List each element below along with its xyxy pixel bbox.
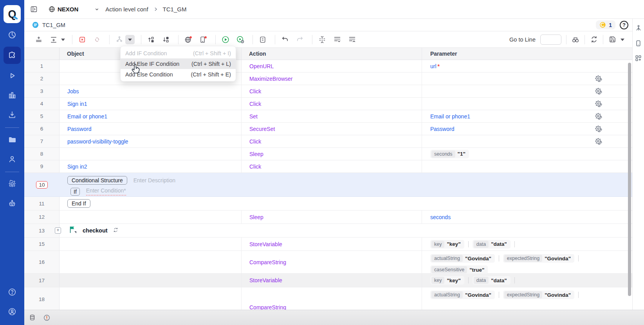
action-cell[interactable]: Set bbox=[242, 110, 422, 122]
row-number-cell[interactable]: 7 bbox=[24, 135, 60, 147]
action-cell[interactable]: Click bbox=[242, 98, 422, 110]
row-number-cell[interactable]: 11 bbox=[24, 197, 60, 210]
add-row-menu-caret[interactable] bbox=[60, 35, 66, 44]
step-row-7[interactable]: 7password-visibility-toggleClick bbox=[24, 135, 632, 148]
go-to-line-input[interactable] bbox=[540, 34, 561, 45]
object-cell[interactable]: Sign in2 bbox=[60, 160, 242, 172]
step-row-5[interactable]: 5Email or phone1SetEmail or phone1 bbox=[24, 110, 632, 123]
parameter-cell[interactable] bbox=[422, 98, 632, 110]
action-cell[interactable]: CompareString bbox=[242, 251, 422, 273]
object-cell[interactable] bbox=[60, 287, 242, 310]
object-cell[interactable]: Email or phone1 bbox=[60, 110, 242, 122]
step-row-2[interactable]: 2MaximizeBrowser bbox=[24, 73, 632, 85]
parameter-tag[interactable]: key"key" bbox=[430, 276, 464, 285]
sidebar-item-dashboard[interactable] bbox=[4, 27, 21, 43]
parameter-tag[interactable]: actualString"Govinda" bbox=[430, 254, 495, 263]
row-number-cell[interactable]: 10 bbox=[24, 173, 60, 196]
mobile-record-button[interactable] bbox=[199, 35, 207, 44]
breadcrumb-current[interactable]: TC1_GM bbox=[163, 6, 187, 13]
settings-edit-icon[interactable] bbox=[594, 87, 603, 96]
settings-edit-icon[interactable] bbox=[594, 100, 603, 108]
row-number-cell[interactable]: 12 bbox=[24, 211, 60, 223]
chevron-down-icon[interactable] bbox=[94, 6, 100, 12]
parameter-cell[interactable]: Email or phone1 bbox=[422, 110, 632, 122]
action-cell[interactable]: Click bbox=[242, 160, 422, 172]
add-condition-button[interactable] bbox=[115, 35, 124, 44]
object-cell[interactable]: Jobs bbox=[60, 85, 242, 97]
redo-button[interactable] bbox=[296, 35, 304, 44]
sidebar-item-downloads[interactable] bbox=[4, 107, 21, 123]
step-row-18[interactable]: 18CompareStringactualString"Govinda"expe… bbox=[24, 287, 632, 310]
q-logo[interactable]: Q bbox=[4, 5, 21, 23]
add-row-above-button[interactable] bbox=[49, 35, 58, 44]
parameter-cell[interactable]: actualString"Govinda"expectedString"Govi… bbox=[422, 251, 632, 273]
row-number-cell[interactable]: 5 bbox=[24, 110, 60, 122]
help-button[interactable]: ? bbox=[620, 21, 628, 29]
parameter-tag[interactable]: actualString"Govinda" bbox=[430, 291, 495, 299]
settings-edit-icon[interactable] bbox=[594, 74, 603, 83]
tab-testcase-title[interactable]: TC1_GM bbox=[42, 22, 65, 28]
row-number-cell[interactable]: 9 bbox=[24, 160, 60, 172]
parameter-cell[interactable]: url* bbox=[422, 60, 632, 72]
web-record-button[interactable] bbox=[184, 35, 193, 44]
action-cell[interactable]: CompareString bbox=[242, 287, 422, 310]
parameter-cell[interactable]: key"key"data"data" bbox=[422, 238, 632, 251]
save-button[interactable] bbox=[608, 35, 617, 44]
parameter-tag[interactable]: data"data" bbox=[473, 240, 511, 249]
undo-button[interactable] bbox=[281, 35, 289, 44]
data-source-button[interactable] bbox=[27, 313, 37, 322]
step-row-12[interactable]: 12Sleepseconds bbox=[24, 211, 632, 224]
module-row-content[interactable]: + checkout bbox=[60, 224, 632, 237]
step-row-6[interactable]: 6PasswordSecureSetPassword bbox=[24, 123, 632, 135]
row-number-cell[interactable]: 1 bbox=[24, 60, 60, 72]
issues-button[interactable] bbox=[42, 313, 51, 322]
parameter-cell[interactable]: key"key"data"data" bbox=[422, 274, 632, 287]
action-cell[interactable]: Click bbox=[242, 85, 422, 97]
module-sync-icon[interactable] bbox=[113, 227, 119, 233]
settings-edit-icon[interactable] bbox=[594, 125, 603, 133]
settings-edit-icon[interactable] bbox=[594, 112, 603, 121]
parameter-tag[interactable]: key"key" bbox=[430, 240, 464, 249]
add-row-below-button[interactable] bbox=[34, 35, 43, 44]
object-cell[interactable] bbox=[60, 238, 242, 251]
settings-edit-icon[interactable] bbox=[594, 137, 603, 146]
menu-item-add-if-condition[interactable]: Add IF Condition(Ctrl + Shift + I) bbox=[121, 48, 236, 58]
object-cell[interactable] bbox=[60, 274, 242, 287]
collapse-view-button[interactable] bbox=[318, 35, 327, 44]
parameter-cell[interactable] bbox=[422, 85, 632, 97]
step-row-13[interactable]: 13+ checkout bbox=[24, 224, 632, 238]
save-menu-caret[interactable] bbox=[620, 35, 625, 44]
condition-placeholder[interactable]: Enter Condition* bbox=[86, 187, 126, 196]
mobile-device-button[interactable] bbox=[635, 39, 642, 49]
column-header-parameter[interactable]: Parameter bbox=[422, 48, 632, 60]
object-cell[interactable]: password-visibility-toggle bbox=[60, 135, 242, 147]
sidebar-item-reports[interactable] bbox=[4, 87, 21, 103]
parameter-tag[interactable]: caseSensitive"true" bbox=[430, 265, 488, 274]
object-cell[interactable] bbox=[60, 211, 242, 223]
expand-module-button[interactable]: + bbox=[55, 227, 61, 234]
credits-badge[interactable]: 1 bbox=[596, 20, 615, 29]
object-cell[interactable]: Password bbox=[60, 123, 242, 135]
action-cell[interactable]: Sleep bbox=[242, 211, 422, 223]
sync-button[interactable] bbox=[590, 35, 598, 44]
row-number-cell[interactable]: 8 bbox=[24, 148, 60, 160]
row-number-cell[interactable]: 3 bbox=[24, 85, 60, 97]
sidebar-item-settings[interactable] bbox=[4, 176, 21, 192]
action-cell[interactable]: StoreVariable bbox=[242, 274, 422, 287]
row-number-cell[interactable]: 15 bbox=[24, 238, 60, 251]
action-cell[interactable]: Sleep bbox=[242, 148, 422, 160]
sidebar-item-executions[interactable] bbox=[4, 68, 21, 84]
object-cell[interactable] bbox=[60, 148, 242, 160]
sidebar-item-account[interactable] bbox=[4, 304, 21, 320]
parameter-cell[interactable]: seconds"1" bbox=[422, 148, 632, 160]
column-header-action[interactable]: Action bbox=[242, 48, 422, 60]
step-row-1[interactable]: 1OpenURLurl* bbox=[24, 60, 632, 73]
step-row-8[interactable]: 8Sleepseconds"1" bbox=[24, 148, 632, 160]
sidebar-item-files[interactable] bbox=[4, 132, 21, 147]
move-step-down-button[interactable] bbox=[162, 35, 170, 44]
panel-toggle-icon[interactable] bbox=[29, 5, 38, 14]
action-cell[interactable]: MaximizeBrowser bbox=[242, 73, 422, 85]
row-number-cell[interactable]: 16 bbox=[24, 251, 60, 273]
row-number-cell[interactable]: 2 bbox=[24, 73, 60, 85]
run-button[interactable] bbox=[221, 35, 230, 44]
